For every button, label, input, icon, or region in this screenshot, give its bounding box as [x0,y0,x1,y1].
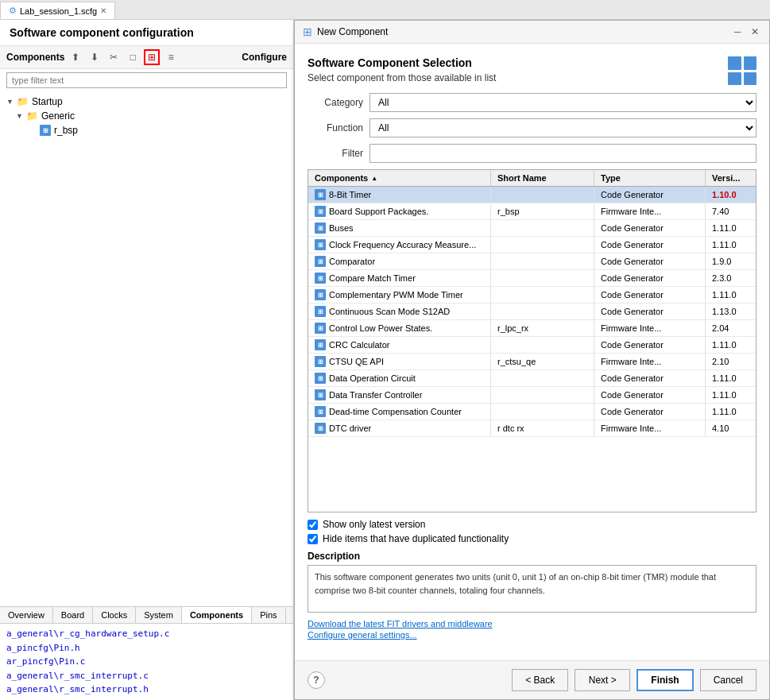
link-fit-drivers[interactable]: Download the latest FIT drivers and midd… [308,619,756,628]
table-row[interactable]: ⊞ CTSU QE API r_ctsu_qe Firmware Inte...… [308,354,756,370]
table-row[interactable]: ⊞ Complementary PWM Mode Timer Code Gene… [308,287,756,304]
table-row[interactable]: ⊞ 8-Bit Timer Code Generator 1.10.0 [308,187,756,203]
table-row[interactable]: ⊞ Data Transfer Controller Code Generato… [308,387,756,404]
category-label: Category [308,97,363,108]
left-panel: Software component configuration Compone… [0,20,294,700]
td-version: 1.11.0 [706,370,756,386]
toolbar-left: Components ⬆ ⬇ ✂ □ ⊞ ≡ [6,49,179,65]
tab-clocks[interactable]: Clocks [93,607,136,623]
link-configure-settings[interactable]: Configure general settings... [308,630,756,640]
td-shortname: r_ctsu_qe [491,354,594,369]
toolbar-btn-add[interactable]: ⊞ [144,49,160,65]
td-shortname: r_lpc_rx [491,320,594,336]
tab-close-icon[interactable]: ✕ [100,6,106,15]
table-row[interactable]: ⊞ Data Operation Circuit Code Generator … [308,370,756,387]
toolbar-btn-more[interactable]: ≡ [163,49,179,65]
bottom-tabs: Overview Board Clocks System Components … [0,606,293,623]
table-row[interactable]: ⊞ CRC Calculator Code Generator 1.11.0 [308,337,756,354]
tree-item-generic[interactable]: ▼ 📁 Generic [3,109,290,123]
tab-components[interactable]: Components [182,607,252,623]
chevron-down-icon: ▼ [16,112,23,120]
file-item-2[interactable]: a_pincfg\Pin.h [6,641,287,656]
td-type: Code Generator [594,304,706,319]
tab-label: Lab_session_1.scfg [20,6,97,16]
tab-board[interactable]: Board [53,607,93,623]
components-table: Components ▲ Short Name Type Versi... [308,169,756,512]
td-type: Code Generator [594,270,706,286]
file-tab[interactable]: ⚙ Lab_session_1.scfg ✕ [0,2,115,19]
td-version: 1.9.0 [706,253,756,269]
file-item-3[interactable]: ar_pincfg\Pin.c [6,655,287,669]
table-row[interactable]: ⊞ Compare Match Timer Code Generator 2.3… [308,270,756,287]
back-button[interactable]: < Back [512,669,568,691]
dialog-minimize-button[interactable]: ─ [731,25,744,38]
grid-decoration-icon [728,56,756,85]
checkbox-latest-label[interactable]: Show only latest version [323,519,425,530]
component-row-icon: ⊞ [315,256,326,267]
table-row[interactable]: ⊞ Continuous Scan Mode S12AD Code Genera… [308,304,756,320]
tree-item-startup[interactable]: ▼ 📁 Startup [3,95,290,109]
component-row-icon: ⊞ [315,306,326,317]
dialog-title-icon: ⊞ [303,25,312,38]
links-section: Download the latest FIT drivers and midd… [308,619,756,641]
toolbar-btn-cut[interactable]: ✂ [106,49,122,65]
table-row[interactable]: ⊞ Clock Frequency Accuracy Measure... Co… [308,237,756,253]
td-type: Code Generator [594,404,706,420]
chevron-down-icon: ▼ [6,98,14,106]
td-name: ⊞ DTC driver [308,420,491,436]
checkbox-duplicated[interactable] [308,534,318,544]
dialog-header-area: Software Component Selection Select comp… [308,56,756,93]
component-icon: ⊞ [40,125,51,136]
category-select[interactable]: All [370,93,756,112]
td-version: 4.10 [706,420,756,436]
grid-cell-1 [728,56,741,70]
file-item-1[interactable]: a_general\r_cg_hardware_setup.c [6,627,287,641]
toolbar-btn-export2[interactable]: ⬇ [87,49,103,65]
tab-system[interactable]: System [136,607,182,623]
table-row[interactable]: ⊞ Dead-time Compensation Counter Code Ge… [308,404,756,420]
dialog-close-button[interactable]: ✕ [749,25,761,38]
col-shortname: Short Name [491,170,594,186]
next-button[interactable]: Next > [575,669,630,691]
td-name: ⊞ Dead-time Compensation Counter [308,404,491,420]
table-row[interactable]: ⊞ Board Support Packages. r_bsp Firmware… [308,203,756,220]
td-name: ⊞ 8-Bit Timer [308,187,491,203]
td-shortname [491,337,594,353]
file-item-4[interactable]: a_general\r_smc_interrupt.c [6,669,287,683]
td-type: Firmware Inte... [594,203,706,219]
table-row[interactable]: ⊞ Comparator Code Generator 1.9.0 [308,253,756,270]
function-row: Function All [308,118,756,137]
tab-bar: ⚙ Lab_session_1.scfg ✕ [0,0,770,20]
tree-label-startup: Startup [32,96,63,107]
td-name: ⊞ Control Low Power States. [308,320,491,336]
component-row-icon: ⊞ [315,289,326,300]
table-row[interactable]: ⊞ Buses Code Generator 1.11.0 [308,220,756,237]
tree-item-rbsp[interactable]: ⊞ r_bsp [3,123,290,137]
table-row[interactable]: ⊞ DTC driver r dtc rx Firmware Inte... 4… [308,420,756,437]
tab-overview[interactable]: Overview [0,607,53,623]
td-version: 2.3.0 [706,270,756,286]
table-row[interactable]: ⊞ Control Low Power States. r_lpc_rx Fir… [308,320,756,337]
file-item-5[interactable]: a_general\r_smc_interrupt.h [6,683,287,697]
tab-pins[interactable]: Pins [252,607,285,623]
function-select[interactable]: All [370,118,756,137]
toolbar-btn-copy[interactable]: □ [125,49,141,65]
category-row: Category All [308,93,756,112]
cancel-button[interactable]: Cancel [700,669,756,691]
help-button[interactable]: ? [308,671,325,689]
main-container: ⚙ Lab_session_1.scfg ✕ Software componen… [0,0,770,700]
checkbox-latest-row: Show only latest version [308,519,756,530]
filter-field[interactable] [370,144,756,163]
component-row-icon: ⊞ [315,239,326,250]
table-header: Components ▲ Short Name Type Versi... [308,170,756,187]
filter-input[interactable] [6,72,287,88]
finish-button[interactable]: Finish [637,669,693,691]
toolbar-btn-export1[interactable]: ⬆ [68,49,83,65]
panel-title: Software component configuration [0,20,293,46]
component-row-icon: ⊞ [315,339,326,350]
footer-right: < Back Next > Finish Cancel [512,669,756,691]
checkbox-latest[interactable] [308,520,318,530]
component-row-icon: ⊞ [315,373,326,384]
td-shortname [491,304,594,319]
checkbox-duplicated-label[interactable]: Hide items that have duplicated function… [323,533,509,544]
